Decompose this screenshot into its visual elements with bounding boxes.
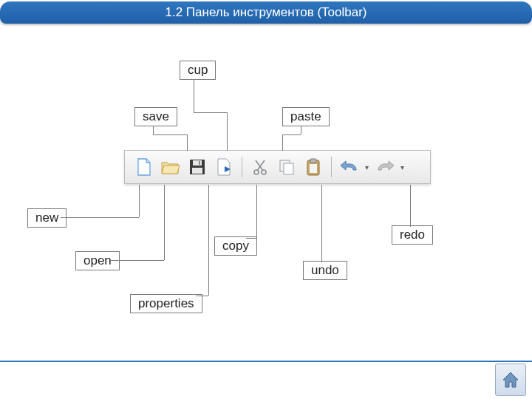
- home-button[interactable]: [495, 364, 526, 396]
- chevron-down-icon[interactable]: ▾: [363, 157, 370, 177]
- toolbar-separator: [331, 157, 332, 177]
- toolbar: ▾ ▾: [124, 150, 431, 184]
- label-cup: cup: [180, 61, 216, 80]
- svg-point-6: [262, 170, 266, 174]
- label-new: new: [27, 208, 66, 228]
- svg-rect-3: [199, 161, 200, 165]
- diagram-canvas: ▾ ▾ cup save paste new open properties c…: [0, 30, 532, 358]
- label-undo: undo: [303, 261, 347, 280]
- toolbar-separator: [242, 157, 242, 177]
- open-folder-icon[interactable]: [160, 157, 181, 177]
- scissors-icon[interactable]: [250, 157, 270, 177]
- svg-point-5: [254, 170, 259, 174]
- undo-arrow-icon[interactable]: [339, 157, 360, 177]
- label-properties: properties: [130, 294, 202, 313]
- label-open: open: [75, 251, 120, 270]
- label-copy: copy: [214, 236, 257, 256]
- footer-divider: [0, 361, 532, 362]
- redo-arrow-icon[interactable]: [375, 157, 395, 177]
- page-title: 1.2 Панель инструментов (Toolbar): [0, 1, 532, 24]
- svg-rect-1: [193, 160, 202, 166]
- properties-icon[interactable]: [214, 157, 234, 177]
- svg-rect-2: [192, 168, 202, 174]
- svg-rect-11: [310, 164, 317, 173]
- label-redo: redo: [392, 225, 433, 245]
- label-save: save: [134, 107, 177, 126]
- new-file-icon[interactable]: [134, 157, 154, 177]
- save-disk-icon[interactable]: [187, 157, 208, 177]
- label-paste: paste: [282, 107, 330, 126]
- home-icon: [501, 370, 520, 389]
- clipboard-icon[interactable]: [303, 157, 324, 177]
- svg-rect-8: [284, 163, 293, 174]
- svg-rect-10: [310, 159, 316, 163]
- copy-icon[interactable]: [276, 157, 297, 177]
- chevron-down-icon[interactable]: ▾: [398, 157, 406, 177]
